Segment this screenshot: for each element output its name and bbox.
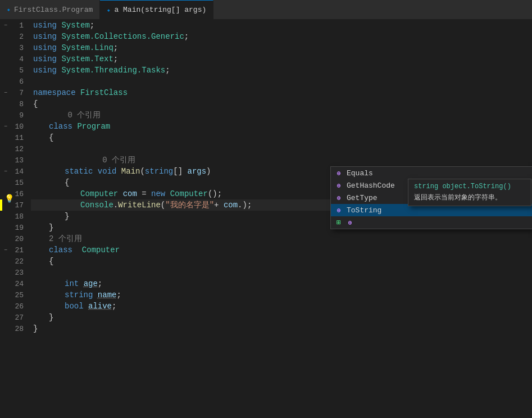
class-program: Program <box>77 122 110 131</box>
keyword-using-3: using <box>33 43 57 52</box>
line-row-28: 28 <box>0 323 31 334</box>
collapse-btn-1[interactable]: − <box>1 21 10 30</box>
collapse-btn-26 <box>1 302 10 311</box>
line-num-20: 20 <box>10 235 27 243</box>
collapse-btn-2 <box>1 32 10 41</box>
collapse-btn-20 <box>1 234 10 243</box>
code-line-27: } <box>31 312 532 323</box>
ref-count-2: 0 个引用 <box>65 155 135 165</box>
keyword-void: void <box>98 167 117 176</box>
keyword-int: int <box>65 279 79 288</box>
code-line-23 <box>31 267 532 278</box>
namespace-name: FirstClass <box>80 88 128 97</box>
line-row-22: 22 <box>0 256 31 267</box>
type-system-4: System.Text <box>61 54 113 63</box>
code-line-25: string name; <box>31 289 532 301</box>
type-computer-2: Computer <box>170 189 208 198</box>
ac-icon-gettype: ⊕ <box>334 193 343 202</box>
field-name: name <box>98 290 117 299</box>
line-row-7: − 7 <box>0 87 31 98</box>
string-literal: "我的名字是" <box>165 200 214 210</box>
tab-main-args[interactable]: ⬥ a Main(string[] args) <box>100 0 213 19</box>
line-row-3: 3 <box>0 42 31 53</box>
line-num-27: 27 <box>10 313 27 322</box>
line-num-4: 4 <box>10 55 27 63</box>
collapse-btn-19 <box>1 223 10 232</box>
line-row-26: 26 <box>0 301 31 312</box>
var-com-2: com <box>224 201 238 210</box>
code-line-10: class Program <box>31 121 532 132</box>
tooltip-panel: string object.ToString() 返回表示当前对象的字符串。 <box>408 179 531 206</box>
class-computer: Computer <box>82 246 120 255</box>
code-line-22: { <box>31 256 532 267</box>
line-row-13: 13 <box>0 155 31 166</box>
type-system-3: System.Linq <box>61 43 113 52</box>
line-num-8: 8 <box>10 100 27 108</box>
ac-label-tostring: ToString <box>347 206 381 215</box>
line-num-24: 24 <box>10 280 27 288</box>
type-computer-1: Computer <box>80 189 118 198</box>
field-age: age <box>84 279 98 288</box>
collapse-btn-23 <box>1 268 10 277</box>
collapse-btn-13 <box>1 156 10 165</box>
line-row-21: − 21 <box>0 244 31 256</box>
collapse-btn-4 <box>1 54 10 63</box>
keyword-class-2: class <box>49 246 72 255</box>
keyword-using-5: using <box>33 66 57 75</box>
line-num-25: 25 <box>10 291 27 299</box>
code-line-4: using System.Text; <box>31 53 532 65</box>
line-num-26: 26 <box>10 302 27 311</box>
collapse-btn-18 <box>1 212 10 221</box>
keyword-namespace: namespace <box>33 88 76 97</box>
line-row-27: 27 <box>0 312 31 323</box>
line-row-4: 4 <box>0 53 31 65</box>
yellow-indicator <box>0 199 2 211</box>
collapse-btn-9 <box>1 111 10 120</box>
line-num-21: 21 <box>10 246 27 255</box>
line-num-6: 6 <box>10 78 27 86</box>
collapse-btn-12 <box>1 144 10 153</box>
collapse-btn-14[interactable]: − <box>1 167 10 176</box>
collapse-btn-7[interactable]: − <box>1 88 10 97</box>
ac-extra-row: ⊞ ⊕ <box>331 216 532 229</box>
collapse-btn-24 <box>1 279 10 288</box>
line-num-12: 12 <box>10 145 27 153</box>
collapse-btn-22 <box>1 257 10 266</box>
code-line-5: using System.Threading.Tasks; <box>31 65 532 76</box>
line-numbers: − 1 2 3 4 <box>0 20 31 334</box>
line-num-11: 11 <box>10 134 27 142</box>
ac-icon-gethashcode: ⊕ <box>334 181 343 190</box>
ref-count-3: 2 个引用 <box>49 234 82 244</box>
line-num-22: 22 <box>10 257 27 266</box>
collapse-btn-15 <box>1 178 10 187</box>
code-line-21: class Computer <box>31 244 532 256</box>
collapse-btn-10[interactable]: − <box>1 122 10 131</box>
line-gutter: − 1 2 3 4 <box>0 20 31 418</box>
collapse-btn-5 <box>1 66 10 75</box>
code-line-8: { <box>31 98 532 110</box>
lightbulb-icon[interactable]: 💡 <box>4 194 14 203</box>
line-row-1: − 1 <box>0 20 31 31</box>
line-num-28: 28 <box>10 325 27 333</box>
line-num-2: 2 <box>10 33 27 41</box>
code-line-9-refcount: 0 个引用 <box>31 110 532 121</box>
var-com: com <box>123 189 137 198</box>
keyword-using-4: using <box>33 54 57 63</box>
keyword-class-1: class <box>49 122 72 131</box>
ac-extra-icon-2: ⊕ <box>345 218 354 227</box>
keyword-using-1: using <box>33 21 57 30</box>
line-row-18: 18 <box>0 211 31 222</box>
line-num-18: 18 <box>10 212 27 221</box>
line-num-13: 13 <box>10 156 27 165</box>
method-writeline: WriteLine <box>118 201 161 210</box>
tooltip-signature: string object.ToString() <box>414 183 525 190</box>
line-row-14: − 14 <box>0 166 31 177</box>
type-system-2: System.Collections.Generic <box>61 32 184 41</box>
tab-firstclass-program[interactable]: ⬥ FirstClass.Program <box>0 0 100 19</box>
collapse-btn-21[interactable]: − <box>1 246 10 255</box>
line-row-8: 8 <box>0 98 31 110</box>
ac-item-equals[interactable]: ⊕ Equals <box>331 167 532 179</box>
line-num-23: 23 <box>10 269 27 277</box>
line-num-1: 1 <box>10 21 27 30</box>
tooltip-description: 返回表示当前对象的字符串。 <box>414 193 525 202</box>
